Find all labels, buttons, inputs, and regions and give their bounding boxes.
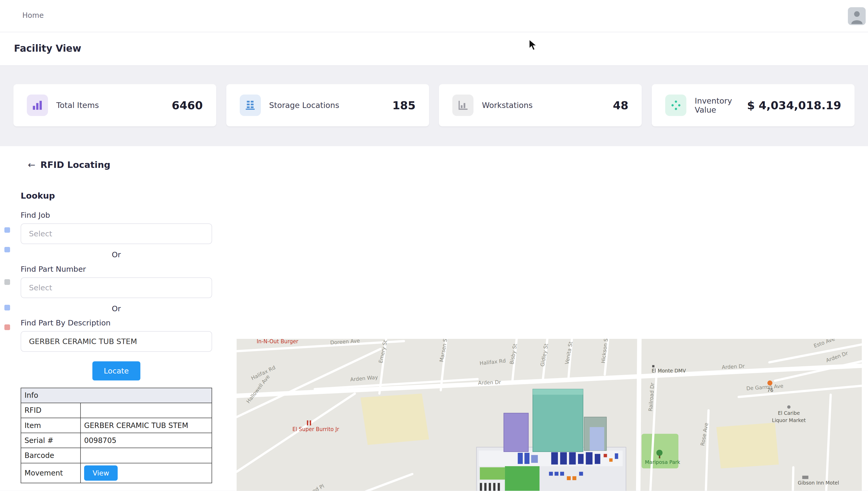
table-row: Movement View — [21, 463, 212, 483]
stat-card-storage-locations: Storage Locations 185 — [226, 84, 429, 126]
find-job-label: Find Job — [21, 211, 212, 220]
row-value — [81, 403, 212, 418]
page-title-bar: Facility View — [0, 32, 868, 66]
clipped-sidebar-icon — [4, 324, 10, 330]
stat-value: 6460 — [172, 99, 203, 112]
table-header-row: Info — [21, 388, 212, 403]
table-row: Serial # 0098705 — [21, 433, 212, 448]
facility-map[interactable]: In-N-Out Burger Doreen Ave Esto Ave Arde… — [237, 339, 862, 491]
section-title: RFID Locating — [40, 160, 111, 170]
street-label: Arden Dr — [722, 363, 745, 370]
clipped-sidebar-icon — [4, 247, 10, 253]
row-value: 0098705 — [81, 433, 212, 448]
building-block-purple — [504, 413, 528, 452]
stat-card-total-items: Total Items 6460 — [13, 84, 216, 126]
poi-label: El Super Burrito Jr — [292, 426, 339, 432]
row-label: RFID — [21, 403, 81, 418]
view-movement-button[interactable]: View — [84, 465, 118, 481]
user-avatar[interactable] — [848, 7, 866, 25]
stat-label: Inventory Value — [695, 96, 747, 114]
facility-app: Home Facility View Total Items 6460 Stor… — [0, 0, 868, 491]
row-label: Item — [21, 418, 81, 433]
lookup-form: Lookup Find Job Or Find Part Number Or F… — [21, 191, 212, 483]
row-value — [81, 448, 212, 463]
find-part-number-label: Find Part Number — [21, 265, 212, 273]
row-label: Barcode — [21, 448, 81, 463]
bar-chart-icon — [27, 94, 48, 116]
building-block-lavender — [590, 427, 604, 451]
info-table-header: Info — [21, 388, 212, 403]
building-block-teal — [533, 389, 583, 452]
storage-rack-icon — [240, 94, 261, 116]
stat-label: Total Items — [56, 101, 99, 110]
poi-label: In-N-Out Burger — [256, 339, 298, 345]
find-part-number-select[interactable] — [21, 278, 212, 298]
dmv-icon — [652, 365, 654, 368]
table-row: Item GERBER CERAMIC TUB STEM — [21, 418, 212, 433]
or-separator: Or — [21, 304, 212, 313]
clipped-sidebar-icon — [4, 279, 10, 285]
table-row: RFID — [21, 403, 212, 418]
lookup-title: Lookup — [21, 191, 212, 201]
find-description-input[interactable] — [21, 331, 212, 352]
building-green-zone — [478, 466, 539, 491]
liquor-market-icon — [787, 405, 790, 409]
stat-card-workstations: Workstations 48 — [439, 84, 642, 126]
poi-label: 76 — [767, 387, 773, 393]
clipped-sidebar-icon — [4, 305, 10, 311]
stat-label: Workstations — [482, 101, 533, 110]
back-arrow-icon[interactable]: ← — [28, 160, 35, 170]
find-description-label: Find Part By Description — [21, 318, 212, 327]
breadcrumb[interactable]: Home — [22, 11, 43, 20]
section-header: ← RFID Locating — [28, 160, 111, 170]
gibson-motel-icon — [802, 476, 808, 479]
stats-row: Total Items 6460 Storage Locations 185 W… — [13, 84, 855, 126]
rfid-locating-panel: ← RFID Locating Lookup Find Job Or Find … — [0, 146, 868, 491]
page-title: Facility View — [14, 43, 81, 54]
top-navigation-bar: Home — [0, 0, 868, 32]
row-label: Serial # — [21, 433, 81, 448]
or-separator: Or — [21, 250, 212, 259]
stat-value: 48 — [613, 99, 628, 112]
row-label: Movement — [21, 463, 81, 483]
clipped-sidebar-icon — [4, 227, 10, 233]
row-value: View — [81, 463, 212, 483]
stat-value: 185 — [392, 99, 415, 112]
person-icon — [850, 9, 864, 24]
stat-card-inventory-value: Inventory Value $ 4,034,018.19 — [652, 84, 855, 126]
locate-button[interactable]: Locate — [92, 362, 141, 380]
table-row: Barcode — [21, 448, 212, 463]
info-table: Info RFID Item GERBER CERAMIC TUB STEM S… — [21, 388, 212, 484]
row-value: GERBER CERAMIC TUB STEM — [81, 418, 212, 433]
poi-label: El Caribe — [778, 410, 800, 416]
street-label: Arden Dr — [478, 379, 501, 386]
chart-icon — [452, 94, 473, 116]
poi-label: El Monte DMV — [652, 368, 686, 374]
map-canvas: In-N-Out Burger Doreen Ave Esto Ave Arde… — [237, 339, 862, 491]
scatter-dots-icon — [665, 94, 686, 116]
poi-label: Mariposa Park — [645, 460, 680, 465]
stat-label: Storage Locations — [269, 101, 339, 110]
poi-label: Liquor Market — [772, 417, 806, 423]
stat-value: $ 4,034,018.19 — [747, 99, 841, 112]
find-job-select[interactable] — [21, 224, 212, 244]
poi-label: Gibson Inn Motel — [798, 480, 839, 486]
